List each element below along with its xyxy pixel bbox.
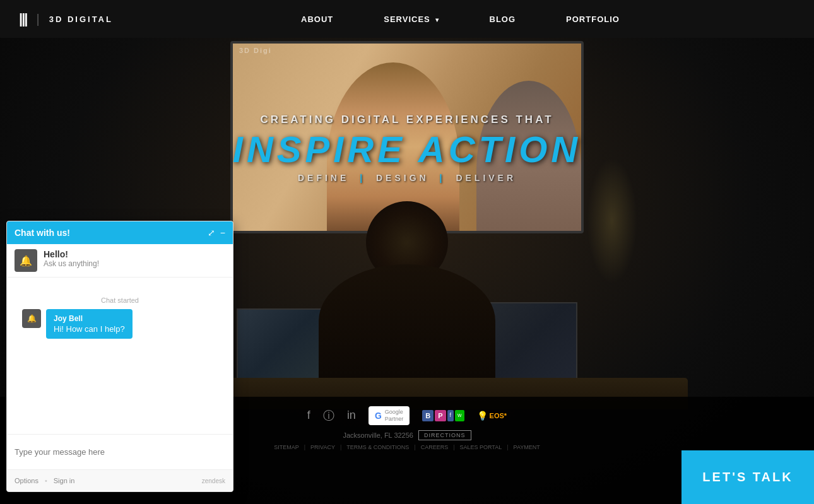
- footer-sep4: |: [453, 444, 454, 450]
- chat-footer: Options • Sign in zendesk: [7, 469, 233, 491]
- bp-badge: B P f w: [422, 410, 464, 421]
- chat-msg-avatar: 🔔: [22, 309, 41, 328]
- nav-services[interactable]: SERVICES ▾: [384, 15, 439, 24]
- chat-bubble: Joy Bell Hi! How can I help?: [46, 309, 133, 339]
- tv-logo-overlay: 3D Digi: [239, 47, 272, 54]
- tagline-define: DEFINE: [298, 173, 349, 183]
- greeting-name: Hello!: [44, 249, 99, 259]
- monitor-left: [237, 308, 325, 384]
- chat-input[interactable]: [7, 435, 233, 469]
- nav-links: ABOUT SERVICES ▾ BLOG PORTFOLIO: [132, 15, 814, 24]
- directions-button[interactable]: DIRECTIONS: [418, 430, 471, 440]
- navbar: ||| | 3D DIGITAL ABOUT SERVICES ▾ BLOG P…: [0, 0, 814, 38]
- footer-address: Jacksonville, FL 32256: [343, 431, 413, 439]
- hero-title: INSPIRE ACTION: [230, 131, 584, 168]
- nav-about[interactable]: ABOUT: [301, 15, 333, 24]
- chat-widget: Chat with us! ⤢ − 🔔 Hello! Ask us anythi…: [6, 221, 233, 492]
- person-shoulders: [319, 264, 495, 378]
- facebook-icon[interactable]: f: [307, 409, 310, 422]
- eos-icon: 💡: [477, 411, 488, 421]
- google-partner-badge: G Google Partner: [369, 406, 410, 425]
- hero-subtitle: CREATING DIGITAL EXPERIENCES THAT: [230, 114, 584, 126]
- tagline-deliver: DELIVER: [456, 173, 516, 183]
- chat-agent-greeting: 🔔 Hello! Ask us anything!: [7, 244, 233, 278]
- linkedin-icon[interactable]: in: [347, 409, 356, 422]
- footer-sep5: |: [507, 444, 508, 450]
- chat-header-icons: ⤢ −: [208, 228, 225, 238]
- bp-p: P: [435, 410, 445, 421]
- logo-divider: |: [36, 12, 39, 26]
- chat-footer-brand: zendesk: [202, 478, 225, 484]
- chat-footer-left: Options • Sign in: [15, 477, 74, 484]
- logo-icon: |||: [19, 11, 27, 27]
- chat-signin-button[interactable]: Sign in: [54, 477, 75, 484]
- lets-talk-button[interactable]: LET'S TALK: [681, 450, 814, 504]
- chat-sender-name: Joy Bell: [54, 314, 125, 323]
- chat-header: Chat with us! ⤢ −: [7, 221, 233, 244]
- chat-greeting-text: Hello! Ask us anything!: [44, 249, 99, 268]
- chat-input-area: [7, 434, 233, 469]
- nav-blog[interactable]: BLOG: [490, 15, 516, 24]
- person-silhouette: [319, 201, 495, 378]
- bp-w: w: [455, 410, 464, 421]
- logo[interactable]: ||| | 3D DIGITAL: [0, 11, 132, 27]
- tagline-sep1: |: [360, 173, 365, 183]
- footer-sep3: |: [414, 444, 415, 450]
- tagline-design: DESIGN: [376, 173, 429, 183]
- chat-options-button[interactable]: Options: [15, 477, 38, 484]
- chat-started-label: Chat started: [15, 296, 225, 304]
- logo-text: 3D DIGITAL: [49, 15, 113, 24]
- chat-minimize-icon[interactable]: −: [220, 228, 225, 238]
- footer-link-sales[interactable]: SALES PORTAL: [460, 444, 502, 450]
- services-dropdown-arrow: ▾: [433, 16, 439, 23]
- bp-f: f: [447, 410, 454, 421]
- hero-text: CREATING DIGITAL EXPERIENCES THAT INSPIR…: [230, 114, 584, 183]
- monitor-left-screen: [238, 310, 324, 383]
- footer-link-privacy[interactable]: PRIVACY: [310, 444, 335, 450]
- google-g: G: [375, 411, 382, 421]
- footer-link-sitemap[interactable]: SITEMAP: [274, 444, 299, 450]
- chat-message: 🔔 Joy Bell Hi! How can I help?: [15, 309, 225, 339]
- footer-link-careers[interactable]: CAREERS: [421, 444, 449, 450]
- footer-sep1: |: [304, 444, 305, 450]
- eos-badge: 💡 EOS*: [477, 411, 507, 421]
- agent-bell-icon: 🔔: [27, 314, 37, 323]
- footer-link-terms[interactable]: TERMS & CONDITIONS: [346, 444, 409, 450]
- chat-agent-avatar: 🔔: [15, 249, 37, 272]
- footer-link-payment[interactable]: PAYMENT: [514, 444, 540, 450]
- chat-footer-sep: •: [45, 477, 47, 484]
- footer-sep2: |: [340, 444, 341, 450]
- bell-icon: 🔔: [20, 255, 32, 267]
- chat-header-title: Chat with us!: [15, 228, 70, 238]
- instagram-icon[interactable]: ⓘ: [323, 408, 334, 423]
- chat-message-text: Hi! How can I help?: [54, 324, 125, 334]
- greeting-sub: Ask us anything!: [44, 259, 99, 268]
- hero-tagline: DEFINE | DESIGN | DELIVER: [230, 173, 584, 183]
- partner-text: Google Partner: [385, 409, 404, 423]
- tagline-sep2: |: [440, 173, 445, 183]
- bp-b: B: [422, 410, 434, 421]
- eos-text: EOS*: [490, 412, 507, 419]
- chat-expand-icon[interactable]: ⤢: [208, 228, 215, 238]
- nav-portfolio[interactable]: PORTFOLIO: [566, 15, 645, 24]
